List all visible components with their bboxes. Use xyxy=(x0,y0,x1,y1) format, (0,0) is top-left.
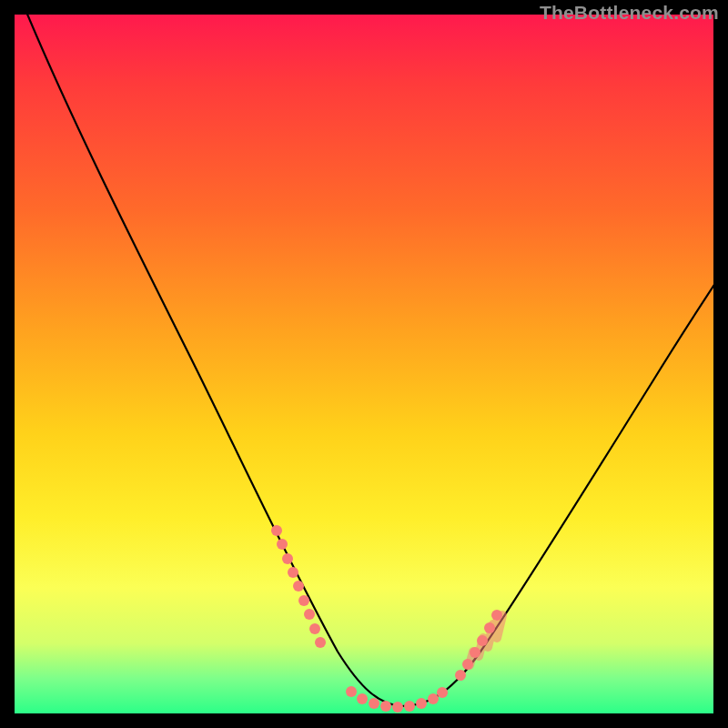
gradient-background xyxy=(15,15,713,713)
watermark-text: TheBottleneck.com xyxy=(540,2,719,24)
chart-frame: TheBottleneck.com xyxy=(15,15,713,713)
